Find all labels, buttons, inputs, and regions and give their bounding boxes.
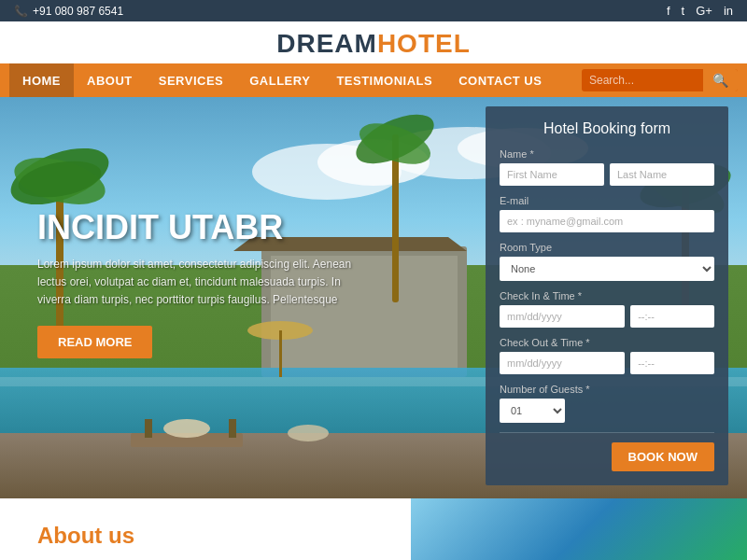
- nav-item-contact[interactable]: CONTACT US: [445, 63, 555, 97]
- checkout-date-input[interactable]: [500, 352, 625, 374]
- guests-select[interactable]: 01 02 03 04 05 06: [500, 399, 565, 423]
- nav-item-home[interactable]: HOME: [9, 63, 74, 97]
- email-label: E-mail: [500, 195, 714, 206]
- svg-point-25: [288, 425, 329, 441]
- room-type-group: Room Type None Standard Deluxe Suite: [500, 242, 714, 281]
- booking-form-title: Hotel Booking form: [500, 120, 714, 137]
- facebook-icon[interactable]: f: [667, 4, 670, 18]
- form-divider: [500, 432, 714, 433]
- checkout-label: Check Out & Time *: [500, 337, 714, 348]
- hero-paragraph: Lorem ipsum dolor sit amet, consectetur …: [37, 256, 374, 310]
- logo-hotel: HOTEL: [377, 29, 471, 58]
- checkin-time-input[interactable]: [630, 305, 714, 328]
- phone-text: +91 080 987 6541: [33, 5, 123, 18]
- email-group: E-mail: [500, 195, 714, 232]
- logo: DREAMHOTEL: [0, 29, 747, 59]
- booking-form: Hotel Booking form Name * E-mail Room Ty…: [486, 106, 728, 485]
- nav-item-gallery[interactable]: GALLERY: [236, 63, 323, 97]
- about-heading: About us: [37, 523, 134, 549]
- about-right: [411, 498, 747, 560]
- hero-heading: INCIDIT UTABR: [37, 209, 374, 246]
- linkedin-icon[interactable]: in: [724, 4, 733, 18]
- search-button[interactable]: 🔍: [703, 69, 738, 91]
- nav-item-about[interactable]: ABOUT: [74, 63, 146, 97]
- svg-rect-23: [229, 419, 236, 438]
- top-bar: 📞 +91 080 987 6541 f t G+ in: [0, 0, 747, 21]
- guests-label: Number of Guests *: [500, 384, 714, 395]
- guests-group: Number of Guests * 01 02 03 04 05 06: [500, 384, 714, 423]
- hero-text: INCIDIT UTABR Lorem ipsum dolor sit amet…: [37, 209, 374, 358]
- search-box[interactable]: 🔍: [582, 69, 738, 91]
- social-icons[interactable]: f t G+ in: [667, 4, 733, 18]
- phone-number: 📞 +91 080 987 6541: [14, 5, 123, 18]
- svg-rect-22: [145, 419, 152, 438]
- checkin-date-input[interactable]: [500, 305, 625, 328]
- room-type-label: Room Type: [500, 242, 714, 253]
- logo-dream: DREAM: [276, 29, 377, 58]
- name-row: [500, 163, 714, 186]
- read-more-button[interactable]: READ MORE: [37, 326, 152, 358]
- checkout-group: Check Out & Time *: [500, 337, 714, 374]
- phone-icon: 📞: [14, 5, 28, 18]
- search-input[interactable]: [582, 70, 703, 91]
- about-left: About us: [0, 498, 411, 560]
- header: DREAMHOTEL: [0, 21, 747, 63]
- nav-items: HOME ABOUT SERVICES GALLERY TESTIMONIALS…: [9, 63, 582, 97]
- checkout-time-input[interactable]: [630, 352, 714, 374]
- last-name-input[interactable]: [610, 163, 714, 186]
- first-name-input[interactable]: [500, 163, 604, 186]
- nav-item-services[interactable]: SERVICES: [146, 63, 237, 97]
- checkin-label: Check In & Time *: [500, 290, 714, 301]
- room-type-select[interactable]: None Standard Deluxe Suite: [500, 257, 714, 281]
- book-now-button[interactable]: BOOK NOW: [612, 442, 714, 471]
- checkin-row: [500, 305, 714, 328]
- twitter-icon[interactable]: t: [682, 4, 685, 18]
- name-label: Name *: [500, 148, 714, 160]
- name-group: Name *: [500, 148, 714, 186]
- checkout-row: [500, 352, 714, 374]
- googleplus-icon[interactable]: G+: [696, 4, 712, 18]
- navigation: HOME ABOUT SERVICES GALLERY TESTIMONIALS…: [0, 63, 747, 97]
- nav-item-testimonials[interactable]: TESTIMONIALS: [323, 63, 445, 97]
- checkin-group: Check In & Time *: [500, 290, 714, 328]
- svg-point-24: [163, 419, 210, 438]
- email-input[interactable]: [500, 210, 714, 232]
- about-section: About us: [0, 498, 747, 560]
- hero-section: INCIDIT UTABR Lorem ipsum dolor sit amet…: [0, 97, 747, 498]
